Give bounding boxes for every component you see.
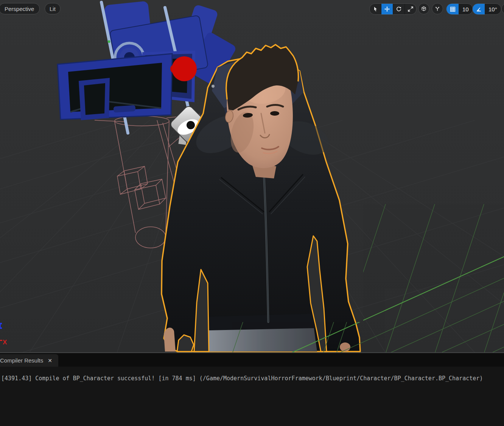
lit-mode-label: Lit [50, 6, 56, 12]
surface-snapping-button[interactable] [432, 3, 443, 14]
rotation-snap-value[interactable]: 10° [485, 4, 501, 14]
rotation-snap-toggle[interactable] [473, 4, 485, 14]
angle-icon [476, 6, 482, 12]
view-mode-button[interactable]: Perspective [0, 3, 40, 14]
rotate-tool-button[interactable] [393, 4, 404, 14]
camera-red-sphere [172, 56, 197, 81]
level-viewport[interactable]: X Perspective Lit [0, 0, 504, 352]
compiler-log-line: [4391.43] Compile of BP_Character succes… [1, 375, 483, 382]
world-gizmo-icon [421, 6, 426, 11]
transform-tool-group [369, 3, 417, 15]
rotate-icon [396, 6, 401, 12]
axis-indicator: X [0, 323, 7, 346]
coordinate-space-button[interactable] [418, 3, 429, 14]
tab-compiler-results[interactable]: Compiler Results ✕ [0, 354, 58, 367]
view-mode-label: Perspective [5, 6, 34, 12]
grid-icon [450, 6, 456, 12]
cursor-icon [373, 6, 378, 12]
rotation-snap-control: 10° [472, 3, 501, 15]
snap-arrows-icon [435, 6, 440, 11]
compiler-results-panel: Compiler Results ✕ [4391.43] Compile of … [0, 352, 504, 426]
select-tool-button[interactable] [370, 4, 381, 14]
scene-render: X [0, 0, 504, 352]
scale-tool-button[interactable] [404, 4, 416, 14]
grid-snap-toggle[interactable] [446, 4, 459, 14]
x-axis-label: X [3, 339, 7, 346]
move-tool-button[interactable] [381, 4, 393, 14]
lit-mode-button[interactable]: Lit [45, 3, 61, 14]
grid-snap-control: 10 [446, 3, 473, 15]
tab-label: Compiler Results [0, 357, 43, 364]
grid-snap-value[interactable]: 10 [459, 4, 473, 14]
editor-window: X Perspective Lit [0, 0, 504, 426]
move-icon [384, 6, 390, 12]
camera-led [108, 40, 110, 43]
eye-pupil [187, 121, 195, 129]
scale-icon [408, 6, 413, 12]
panel-tab-bar: Compiler Results ✕ [0, 353, 504, 367]
close-icon[interactable]: ✕ [48, 358, 52, 364]
character-hand [164, 328, 176, 352]
